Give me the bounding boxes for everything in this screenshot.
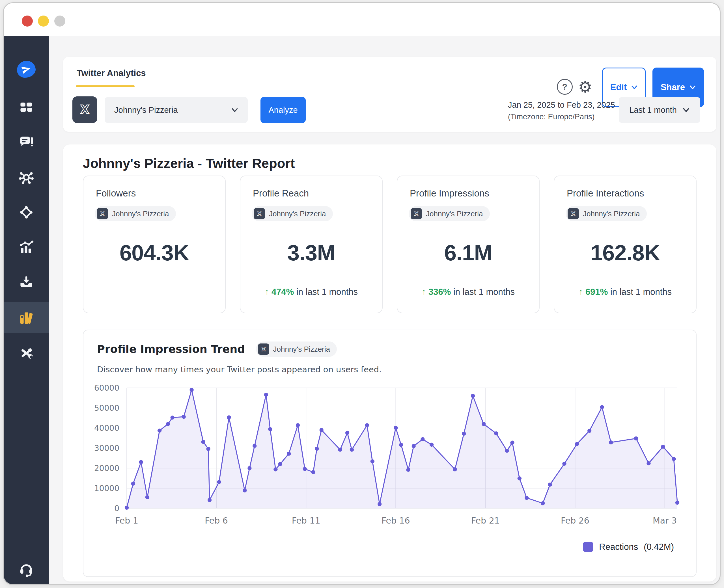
- svg-text:X: X: [80, 103, 89, 117]
- minimize-window-button[interactable]: [38, 16, 49, 26]
- library-books-icon: [18, 310, 34, 326]
- stat-title: Profile Interactions: [567, 188, 644, 199]
- tools-icon: [19, 345, 34, 361]
- account-badge-label: Johnny's Pizzeria: [273, 345, 330, 354]
- account-select[interactable]: Johnny's Pizzeria: [105, 97, 248, 123]
- stat-change: ↑ 336% in last 1 months: [397, 287, 539, 297]
- help-icon[interactable]: ?: [557, 79, 573, 95]
- dashboard-grid-icon: [19, 100, 34, 114]
- stat-title: Profile Reach: [253, 188, 309, 199]
- stat-value: 3.3M: [241, 240, 382, 266]
- svg-text:60000: 60000: [94, 383, 119, 393]
- period-select-value: Last 1 month: [629, 105, 677, 115]
- report-title: Johnny's Pizzeria - Twitter Report: [83, 155, 295, 171]
- account-badge: X Johnny's Pizzeria: [95, 206, 176, 222]
- tab-twitter-analytics[interactable]: Twitter Analytics: [77, 68, 146, 78]
- trend-chart-card: Profile Impression Trend X Johnny's Pizz…: [83, 330, 697, 577]
- stat-value: 162.8K: [554, 240, 696, 266]
- account-badge: X Johnny's Pizzeria: [252, 206, 333, 222]
- sidebar-item-publish[interactable]: [4, 168, 49, 186]
- legend-color-swatch: [583, 542, 593, 552]
- sidebar-item-engage[interactable]: [4, 133, 49, 151]
- account-badge: X Johnny's Pizzeria: [256, 341, 337, 357]
- maximize-window-button[interactable]: [54, 16, 65, 26]
- account-select-value: Johnny's Pizzeria: [114, 105, 231, 115]
- stat-value: 6.1M: [397, 240, 539, 266]
- app-window: Twitter Analytics ? ⚙ Edit Share X: [0, 0, 724, 588]
- svg-text:X: X: [261, 346, 266, 352]
- account-badge-label: Johnny's Pizzeria: [426, 209, 483, 218]
- account-badge-label: Johnny's Pizzeria: [112, 209, 169, 218]
- svg-text:X: X: [257, 211, 262, 217]
- chevron-down-icon: [231, 108, 238, 112]
- report-card: Johnny's Pizzeria - Twitter Report Follo…: [63, 144, 716, 582]
- sidebar-item-planner[interactable]: [4, 203, 49, 222]
- settings-gear-icon[interactable]: ⚙: [577, 77, 594, 97]
- account-badge: X Johnny's Pizzeria: [566, 206, 647, 222]
- trend-header: Profile Impression Trend X Johnny's Pizz…: [97, 341, 337, 357]
- svg-text:40000: 40000: [94, 423, 119, 433]
- sidebar-item-library[interactable]: [4, 302, 49, 333]
- sidebar-item-dashboard[interactable]: [4, 98, 49, 116]
- legend-label: Reactions: [599, 542, 638, 552]
- app-logo-icon[interactable]: [4, 59, 49, 79]
- window-titlebar: [4, 3, 720, 36]
- chevron-down-icon: [689, 85, 696, 90]
- stat-value: 604.3K: [83, 240, 225, 266]
- network-hub-icon: [19, 170, 34, 185]
- svg-text:Mar 3: Mar 3: [653, 516, 677, 526]
- x-logo-icon: X: [77, 101, 93, 118]
- close-window-button[interactable]: [22, 16, 33, 26]
- period-select[interactable]: Last 1 month: [619, 97, 700, 123]
- analytics-bars-icon: [19, 240, 34, 255]
- svg-text:0: 0: [114, 504, 119, 513]
- date-range-text: Jan 25, 2025 to Feb 23, 2025: [508, 99, 615, 111]
- app-body: Twitter Analytics ? ⚙ Edit Share X: [4, 36, 720, 584]
- sidebar-item-downloads[interactable]: [4, 273, 49, 291]
- chevron-down-icon: [631, 85, 638, 90]
- sidebar-item-tools[interactable]: [4, 344, 49, 362]
- svg-text:20000: 20000: [94, 464, 119, 473]
- svg-text:Feb 26: Feb 26: [561, 516, 589, 526]
- x-platform-tile[interactable]: X: [73, 97, 97, 123]
- x-logo-icon: X: [97, 208, 108, 219]
- stat-title: Profile Impressions: [410, 188, 489, 199]
- account-badge-label: Johnny's Pizzeria: [583, 209, 640, 218]
- account-badge: X Johnny's Pizzeria: [409, 206, 490, 222]
- stat-change: ↑ 474% in last 1 months: [241, 287, 382, 297]
- inbox-tray-icon: [19, 274, 34, 289]
- stat-title: Followers: [96, 188, 136, 199]
- trend-chart-svg: 0100002000030000400005000060000Feb 1Feb …: [86, 380, 691, 538]
- sidebar-item-analytics[interactable]: [4, 238, 49, 256]
- x-logo-icon: X: [567, 208, 579, 219]
- diamond-nodes-icon: [19, 205, 34, 220]
- trend-subtitle: Discover how many times your Twitter pos…: [97, 365, 381, 374]
- x-logo-icon: X: [258, 343, 269, 355]
- x-logo-icon: X: [411, 208, 422, 219]
- legend-item-reactions[interactable]: Reactions (0.42M): [583, 542, 674, 552]
- account-badge-label: Johnny's Pizzeria: [269, 209, 326, 218]
- svg-text:Feb 1: Feb 1: [115, 516, 138, 526]
- browser-window: Twitter Analytics ? ⚙ Edit Share X: [3, 2, 721, 585]
- date-range-block: Jan 25, 2025 to Feb 23, 2025 (Timezone: …: [508, 99, 615, 122]
- legend-value: (0.42M): [644, 542, 674, 552]
- svg-text:X: X: [100, 211, 105, 217]
- stat-card-profile-reach: Profile Reach X Johnny's Pizzeria 3.3M ↑…: [240, 175, 382, 313]
- sidebar-item-support[interactable]: [4, 560, 49, 578]
- stat-card-profile-impressions: Profile Impressions X Johnny's Pizzeria …: [397, 175, 540, 313]
- stat-card-profile-interactions: Profile Interactions X Johnny's Pizzeria…: [554, 175, 697, 313]
- main-content: Twitter Analytics ? ⚙ Edit Share X: [49, 36, 720, 584]
- x-logo-icon: X: [254, 208, 265, 219]
- svg-text:Feb 16: Feb 16: [381, 516, 410, 526]
- svg-text:Feb 21: Feb 21: [471, 516, 500, 526]
- headset-icon: [18, 561, 34, 577]
- svg-text:30000: 30000: [94, 444, 119, 453]
- svg-text:Feb 6: Feb 6: [205, 516, 228, 526]
- svg-text:X: X: [414, 211, 418, 217]
- chat-compose-icon: [19, 135, 34, 150]
- tab-active-underline: [76, 85, 135, 87]
- stat-change: ↑ 691% in last 1 months: [554, 287, 696, 297]
- analyze-button[interactable]: Analyze: [261, 97, 306, 123]
- send-plane-icon: [17, 61, 36, 78]
- timezone-text: (Timezone: Europe/Paris): [508, 111, 615, 122]
